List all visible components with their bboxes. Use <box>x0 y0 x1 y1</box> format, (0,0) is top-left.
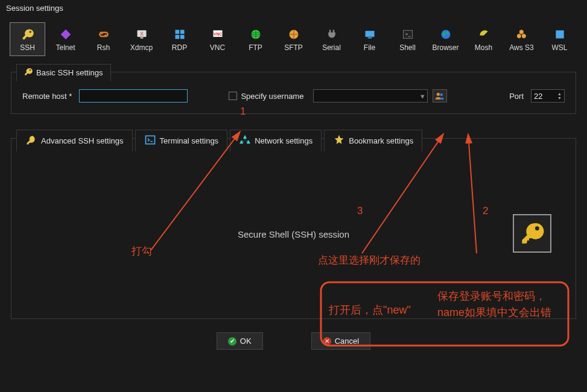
svg-rect-2 <box>140 37 143 39</box>
session-type-wsl[interactable]: WSL <box>542 22 577 56</box>
session-type-label: File <box>364 43 375 52</box>
session-type-file[interactable]: File <box>352 22 387 56</box>
session-type-rdp[interactable]: RDP <box>162 22 197 56</box>
session-type-aws-s3[interactable]: Aws S3 <box>504 22 539 56</box>
session-type-label: Mosh <box>475 43 492 52</box>
session-type-label: RDP <box>172 43 187 52</box>
session-heading: Secure Shell (SSH) session <box>11 229 576 239</box>
basic-ssh-tab-label: Basic SSH settings <box>36 68 103 77</box>
session-type-mosh[interactable]: Mosh <box>466 22 501 56</box>
cancel-button[interactable]: ✕ Cancel <box>311 332 370 350</box>
svg-rect-5 <box>180 30 184 34</box>
specify-username-label: Specify username <box>241 92 303 101</box>
svg-point-20 <box>440 93 443 96</box>
session-type-shell[interactable]: >_ Shell <box>390 22 425 56</box>
key-icon <box>520 221 544 245</box>
cancel-label: Cancel <box>335 337 359 346</box>
session-type-label: SFTP <box>284 43 303 52</box>
session-type-label: WSL <box>551 43 567 52</box>
username-select[interactable]: ▾ <box>313 89 428 103</box>
session-type-label: Rsh <box>97 43 110 52</box>
remote-host-label: Remote host * <box>22 92 72 101</box>
basic-ssh-tab[interactable]: Basic SSH settings <box>16 64 111 81</box>
monitor-x-icon: X <box>135 28 148 41</box>
win-square-icon <box>553 28 566 41</box>
user-manage-button[interactable] <box>433 89 447 103</box>
port-value: 22 <box>534 92 542 101</box>
session-type-rsh[interactable]: Rsh <box>86 22 121 56</box>
session-type-label: FTP <box>249 43 262 52</box>
svg-rect-6 <box>175 35 179 39</box>
session-type-serial[interactable]: Serial <box>314 22 349 56</box>
session-type-label: VNC <box>210 43 225 52</box>
svg-rect-14 <box>367 37 372 39</box>
session-type-vnc[interactable]: VNC VNC <box>200 22 235 56</box>
svg-rect-13 <box>365 31 374 37</box>
key-icon <box>21 28 34 41</box>
svg-point-17 <box>441 30 450 39</box>
close-icon: ✕ <box>323 337 331 346</box>
svg-text:X: X <box>140 31 144 37</box>
chevron-down-icon: ▾ <box>420 92 425 101</box>
svg-text:>_: >_ <box>405 31 410 37</box>
session-type-label: Telnet <box>56 43 75 52</box>
key-icon <box>24 68 33 78</box>
session-type-label: Aws S3 <box>509 43 533 52</box>
dish-icon <box>477 28 490 41</box>
port-label: Port <box>509 92 524 101</box>
svg-rect-7 <box>180 35 184 39</box>
globe-icon <box>249 28 262 41</box>
link-icon <box>97 28 110 41</box>
port-input[interactable]: 22 ▲▼ <box>531 89 565 103</box>
users-icon <box>435 92 445 100</box>
vnc-icon: VNC <box>211 28 224 41</box>
port-spinner[interactable]: ▲▼ <box>557 92 562 100</box>
window-title: Session settings <box>0 0 587 16</box>
globe-lock-icon <box>287 28 300 41</box>
svg-rect-18 <box>556 30 563 38</box>
plug-icon <box>325 28 338 41</box>
basic-ssh-panel: Basic SSH settings Remote host * Specify… <box>11 72 576 114</box>
diamond-icon <box>59 28 72 41</box>
prompt-icon: >_ <box>401 28 414 41</box>
svg-point-19 <box>437 93 440 96</box>
ok-label: OK <box>240 337 252 346</box>
specify-username-checkbox[interactable] <box>229 92 237 100</box>
session-type-ftp[interactable]: FTP <box>238 22 273 56</box>
svg-text:VNC: VNC <box>213 32 221 36</box>
file-mon-icon <box>363 28 376 41</box>
session-type-label: Serial <box>322 43 341 52</box>
session-type-ssh[interactable]: SSH <box>10 22 45 56</box>
credentials-button[interactable] <box>513 214 551 253</box>
check-icon: ✔ <box>228 337 236 346</box>
session-type-label: Xdmcp <box>130 43 153 52</box>
session-type-xdmcp[interactable]: X Xdmcp <box>124 22 159 56</box>
svg-rect-4 <box>175 30 179 34</box>
windows-icon <box>173 28 186 41</box>
session-type-label: Shell <box>399 43 416 52</box>
ok-button[interactable]: ✔ OK <box>217 332 263 350</box>
remote-host-input[interactable] <box>79 89 188 103</box>
session-type-telnet[interactable]: Telnet <box>48 22 83 56</box>
session-type-sftp[interactable]: SFTP <box>276 22 311 56</box>
svg-rect-0 <box>60 30 70 39</box>
earth-icon <box>439 28 452 41</box>
session-type-bar: SSH Telnet RshX Xdmcp RDPVNC VNC FTP SFT… <box>0 16 587 61</box>
lower-panel: Advanced SSH settings Terminal settings … <box>11 138 576 319</box>
cubes-icon <box>515 28 528 41</box>
session-type-browser[interactable]: Browser <box>428 22 463 56</box>
session-type-label: SSH <box>20 43 35 52</box>
session-type-label: Browser <box>432 43 458 52</box>
